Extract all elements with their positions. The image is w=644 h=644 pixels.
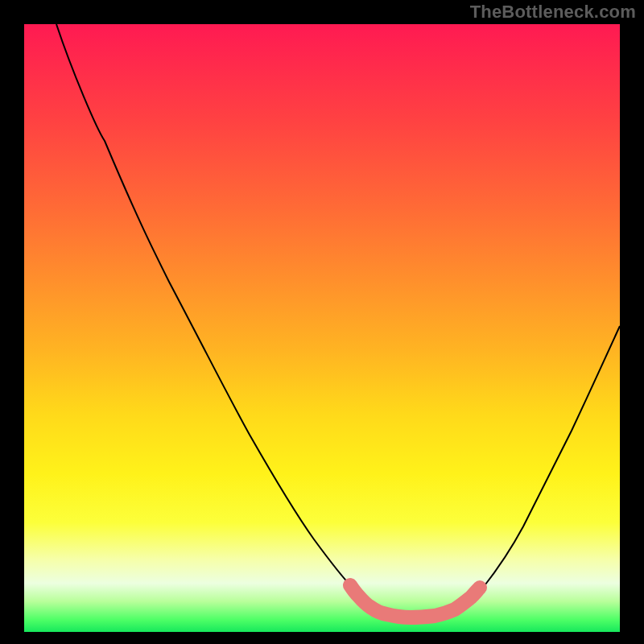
- plot-area: [24, 24, 620, 632]
- bottleneck-curve: [56, 24, 620, 618]
- curve-layer: [24, 24, 620, 632]
- highlight-band: [350, 585, 480, 617]
- watermark-text: TheBottleneck.com: [470, 2, 636, 23]
- chart-frame: TheBottleneck.com: [0, 0, 644, 644]
